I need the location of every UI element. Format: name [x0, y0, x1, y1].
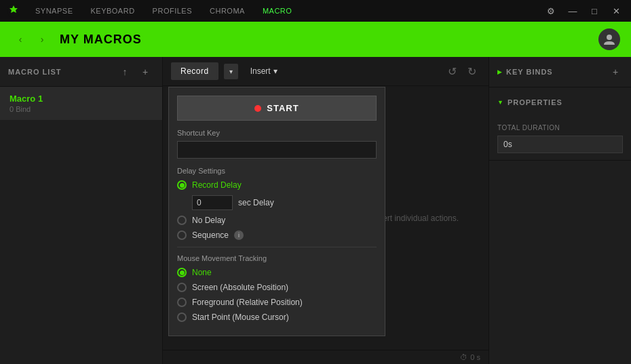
- delay-input-row: sec Delay: [192, 195, 377, 210]
- page-title: MY MACROS: [60, 33, 590, 47]
- content-toolbar: Record ▾ Insert ▾ ↺ ↻ START Shortcut Key: [163, 57, 489, 86]
- screen-tracking-radio[interactable]: [177, 283, 187, 292]
- settings-button[interactable]: ⚙: [541, 3, 560, 18]
- nav-chroma[interactable]: CHROMA: [202, 0, 253, 22]
- screen-tracking-label: Screen (Absolute Position): [192, 283, 288, 292]
- key-binds-header[interactable]: ▶ KEY BINDS +: [489, 57, 631, 87]
- total-duration-value[interactable]: [497, 136, 623, 153]
- properties-body: TOTAL DURATION: [489, 117, 631, 160]
- delay-option-none[interactable]: No Delay: [177, 216, 377, 225]
- macro-list-item[interactable]: Macro 1 0 Bind: [0, 87, 162, 120]
- shortcut-key-label: Shortcut Key: [177, 129, 377, 137]
- content-area: Record ▾ Insert ▾ ↺ ↻ START Shortcut Key: [163, 57, 489, 364]
- header-nav: ‹ ›: [11, 30, 52, 49]
- nav-profiles[interactable]: PROFILES: [145, 0, 200, 22]
- tracking-option-foreground[interactable]: Foreground (Relative Position): [177, 298, 377, 307]
- add-macro-button[interactable]: +: [136, 63, 154, 81]
- insert-button[interactable]: Insert ▾: [244, 62, 284, 80]
- main-layout: MACRO LIST ↑ + Macro 1 0 Bind Record ▾ I…: [0, 57, 631, 364]
- properties-header[interactable]: ▼ PROPERTIES: [489, 87, 631, 117]
- record-dropdown-button[interactable]: ▾: [224, 64, 238, 79]
- none-tracking-label: None: [192, 268, 212, 277]
- back-button[interactable]: ‹: [11, 30, 30, 49]
- sidebar-header: MACRO LIST ↑ +: [0, 57, 162, 87]
- nav-macro[interactable]: MACRO: [254, 0, 300, 22]
- macro-name: Macro 1: [9, 94, 153, 104]
- export-button[interactable]: ↑: [116, 63, 134, 81]
- properties-title: PROPERTIES: [508, 98, 623, 106]
- start-recording-button[interactable]: START: [177, 96, 377, 121]
- delay-option-sequence[interactable]: Sequence i: [177, 230, 377, 240]
- sequence-info-icon[interactable]: i: [234, 230, 244, 240]
- sidebar-title: MACRO LIST: [8, 68, 113, 76]
- titlebar: SYNAPSE KEYBOARD PROFILES CHROMA MACRO ⚙…: [0, 0, 631, 22]
- tracking-option-screen[interactable]: Screen (Absolute Position): [177, 283, 377, 292]
- nav-keyboard[interactable]: KEYBOARD: [82, 0, 142, 22]
- titlebar-controls: ⚙ — □ ✕: [541, 3, 626, 18]
- record-label: Record: [180, 66, 209, 76]
- app-header: ‹ › MY MACROS: [0, 22, 631, 57]
- right-panel: ▶ KEY BINDS + ▼ PROPERTIES TOTAL DURATIO…: [489, 57, 631, 364]
- undo-button[interactable]: ↺: [444, 64, 461, 79]
- sequence-label: Sequence: [192, 230, 229, 240]
- total-duration-label: TOTAL DURATION: [497, 124, 623, 132]
- mouse-tracking-label: Mouse Movement Tracking: [177, 254, 377, 262]
- delay-suffix: sec Delay: [238, 198, 274, 207]
- foreground-tracking-label: Foreground (Relative Position): [192, 298, 303, 307]
- start-tracking-radio[interactable]: [177, 312, 187, 322]
- razer-logo: [5, 3, 22, 19]
- divider: [177, 247, 377, 247]
- start-label: START: [267, 103, 299, 113]
- content-footer: ⏱ 0 s: [163, 350, 489, 364]
- svg-point-1: [607, 35, 612, 40]
- key-binds-title: KEY BINDS: [506, 68, 608, 76]
- key-binds-section: ▶ KEY BINDS +: [489, 57, 631, 87]
- key-binds-collapse-icon: ▶: [497, 68, 502, 75]
- forward-button[interactable]: ›: [33, 30, 52, 49]
- tracking-option-start[interactable]: Start Point (Mouse Cursor): [177, 312, 377, 322]
- close-button[interactable]: ✕: [607, 3, 626, 18]
- macro-bind-count: 0 Bind: [9, 105, 153, 113]
- timer-icon: ⏱: [460, 353, 467, 361]
- delay-option-record[interactable]: Record Delay: [177, 180, 377, 190]
- add-bind-button[interactable]: +: [608, 64, 623, 79]
- foreground-tracking-radio[interactable]: [177, 298, 187, 307]
- no-delay-radio[interactable]: [177, 216, 187, 225]
- titlebar-nav: SYNAPSE KEYBOARD PROFILES CHROMA MACRO: [27, 0, 541, 22]
- record-delay-label: Record Delay: [192, 180, 242, 190]
- insert-arrow-icon: ▾: [273, 66, 278, 76]
- properties-section: ▼ PROPERTIES TOTAL DURATION: [489, 87, 631, 161]
- sidebar: MACRO LIST ↑ + Macro 1 0 Bind: [0, 57, 163, 364]
- nav-synapse[interactable]: SYNAPSE: [27, 0, 81, 22]
- no-delay-label: No Delay: [192, 216, 225, 225]
- delay-value-input[interactable]: [192, 195, 233, 210]
- avatar[interactable]: [598, 28, 620, 50]
- maximize-button[interactable]: □: [585, 3, 604, 18]
- record-dropdown-panel: START Shortcut Key Delay Settings Record…: [168, 87, 385, 336]
- sequence-radio[interactable]: [177, 230, 187, 240]
- record-indicator: [254, 105, 261, 112]
- history-controls: ↺ ↻: [444, 64, 480, 79]
- tracking-option-none[interactable]: None: [177, 268, 377, 277]
- insert-label: Insert: [250, 66, 271, 76]
- delay-settings-label: Delay Settings: [177, 167, 377, 175]
- properties-collapse-icon: ▼: [497, 99, 503, 106]
- minimize-button[interactable]: —: [563, 3, 582, 18]
- redo-button[interactable]: ↻: [463, 64, 480, 79]
- none-tracking-radio[interactable]: [177, 268, 187, 277]
- record-button[interactable]: Record: [171, 62, 218, 80]
- shortcut-key-input[interactable]: [177, 141, 377, 159]
- start-tracking-label: Start Point (Mouse Cursor): [192, 312, 289, 322]
- timer-value: 0 s: [470, 353, 480, 361]
- record-delay-radio[interactable]: [177, 180, 187, 190]
